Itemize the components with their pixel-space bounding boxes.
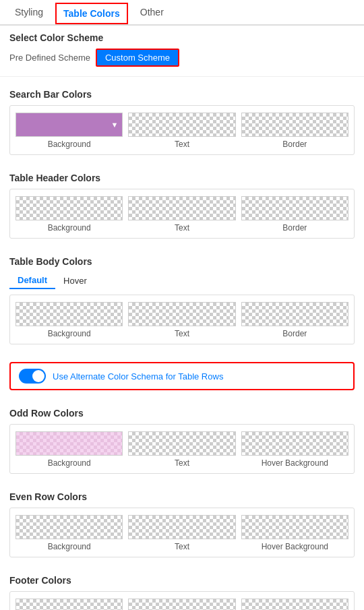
footer-color-group: Background Active Border — [9, 591, 355, 610]
table-body-colors-section: Table Body Colors Default Hover Backgrou… — [0, 249, 364, 355]
body-text-color-box[interactable] — [128, 302, 235, 326]
even-row-swatches: Background Text Hover Background — [16, 515, 348, 551]
search-bar-color-group: Background Text Border — [9, 105, 355, 155]
search-text-color-box[interactable] — [128, 113, 235, 137]
footer-bg-swatch[interactable]: Background — [16, 599, 123, 610]
odd-bg-color-box[interactable] — [16, 431, 123, 456]
table-body-swatches: Background Text Border — [16, 302, 348, 338]
search-text-swatch[interactable]: Text — [128, 113, 235, 149]
footer-colors-section: Footer Colors Background Active Border — [0, 568, 364, 610]
even-row-color-group: Background Text Hover Background — [9, 508, 355, 557]
odd-row-color-group: Background Text Hover Background — [9, 424, 355, 474]
custom-scheme-button[interactable]: Custom Scheme — [96, 49, 179, 67]
tab-bar: Styling Table Colors Other — [0, 0, 364, 26]
search-border-color-box[interactable] — [241, 113, 348, 137]
even-hover-bg-color-box[interactable] — [241, 515, 348, 539]
search-bar-title: Search Bar Colors — [9, 89, 355, 100]
footer-bg-color-box[interactable] — [16, 599, 123, 610]
header-bg-color-box[interactable] — [16, 196, 123, 220]
select-color-scheme-section: Select Color Scheme Pre Defined Scheme C… — [0, 26, 364, 75]
odd-row-title: Odd Row Colors — [9, 408, 355, 419]
search-text-label: Text — [175, 140, 189, 149]
toggle-track — [19, 369, 46, 384]
footer-swatches: Background Active Border — [16, 599, 348, 610]
header-border-swatch[interactable]: Border — [241, 196, 348, 233]
footer-active-color-box[interactable] — [128, 599, 235, 610]
even-bg-label: Background — [48, 542, 91, 551]
search-bg-swatch[interactable]: Background — [16, 113, 123, 149]
search-border-label: Border — [282, 140, 307, 149]
even-text-color-box[interactable] — [128, 515, 235, 539]
table-header-title: Table Header Colors — [9, 173, 355, 183]
table-header-swatches: Background Text Border — [16, 196, 348, 233]
even-hover-bg-label: Hover Background — [262, 542, 328, 551]
search-border-swatch[interactable]: Border — [241, 113, 348, 149]
search-bar-swatches: Background Text Border — [16, 113, 348, 149]
odd-bg-swatch[interactable]: Background — [16, 431, 123, 468]
table-header-color-group: Background Text Border — [9, 189, 355, 239]
toggle-switch[interactable] — [19, 369, 46, 384]
table-header-colors-section: Table Header Colors Background Text Bord… — [0, 166, 364, 249]
search-bg-label: Background — [48, 140, 91, 149]
table-body-title: Table Body Colors — [9, 256, 355, 267]
odd-hover-bg-swatch[interactable]: Hover Background — [241, 431, 348, 468]
scheme-row: Pre Defined Scheme Custom Scheme — [9, 49, 355, 67]
body-sub-tabs: Default Hover — [9, 272, 355, 289]
odd-hover-bg-label: Hover Background — [262, 458, 328, 468]
body-bg-color-box[interactable] — [16, 302, 123, 326]
even-text-swatch[interactable]: Text — [128, 515, 235, 551]
odd-hover-bg-color-box[interactable] — [241, 431, 348, 456]
even-row-colors-section: Even Row Colors Background Text Hover Ba… — [0, 485, 364, 568]
footer-active-swatch[interactable]: Active — [128, 599, 235, 610]
odd-text-swatch[interactable]: Text — [128, 431, 235, 468]
header-border-label: Border — [282, 223, 307, 233]
tab-table-colors[interactable]: Table Colors — [55, 3, 128, 24]
toggle-row: Use Alternate Color Schema for Table Row… — [9, 362, 355, 390]
even-bg-swatch[interactable]: Background — [16, 515, 123, 551]
body-bg-swatch[interactable]: Background — [16, 302, 123, 338]
body-text-swatch[interactable]: Text — [128, 302, 235, 338]
odd-text-label: Text — [175, 458, 189, 468]
search-bg-color-box[interactable] — [16, 113, 123, 137]
even-hover-bg-swatch[interactable]: Hover Background — [241, 515, 348, 551]
predefined-label: Pre Defined Scheme — [9, 53, 90, 63]
even-text-label: Text — [175, 542, 189, 551]
header-border-color-box[interactable] — [241, 196, 348, 220]
even-bg-color-box[interactable] — [16, 515, 123, 539]
tab-hover[interactable]: Hover — [55, 272, 95, 289]
header-text-swatch[interactable]: Text — [128, 196, 235, 233]
toggle-thumb — [32, 370, 44, 382]
search-bar-colors-section: Search Bar Colors Background Text Border — [0, 82, 364, 166]
header-bg-swatch[interactable]: Background — [16, 196, 123, 233]
footer-title: Footer Colors — [9, 575, 355, 586]
body-border-label: Border — [282, 329, 307, 338]
table-body-color-group: Background Text Border — [9, 295, 355, 344]
header-text-color-box[interactable] — [128, 196, 235, 220]
odd-bg-label: Background — [48, 458, 91, 468]
even-row-title: Even Row Colors — [9, 491, 355, 502]
tab-other[interactable]: Other — [131, 0, 173, 24]
tab-styling[interactable]: Styling — [5, 0, 53, 24]
header-text-label: Text — [175, 223, 189, 233]
body-text-label: Text — [175, 329, 189, 338]
toggle-label: Use Alternate Color Schema for Table Row… — [53, 371, 223, 382]
alternate-color-section: Use Alternate Color Schema for Table Row… — [0, 355, 364, 401]
footer-border-swatch[interactable]: Border — [241, 599, 348, 610]
odd-row-colors-section: Odd Row Colors Background Text Hover Bac… — [0, 401, 364, 485]
body-bg-label: Background — [48, 329, 91, 338]
body-border-color-box[interactable] — [241, 302, 348, 326]
footer-border-color-box[interactable] — [241, 599, 348, 610]
body-border-swatch[interactable]: Border — [241, 302, 348, 338]
odd-text-color-box[interactable] — [128, 431, 235, 456]
odd-row-swatches: Background Text Hover Background — [16, 431, 348, 468]
tab-default[interactable]: Default — [9, 272, 55, 289]
select-scheme-title: Select Color Scheme — [9, 32, 355, 43]
header-bg-label: Background — [48, 223, 91, 233]
